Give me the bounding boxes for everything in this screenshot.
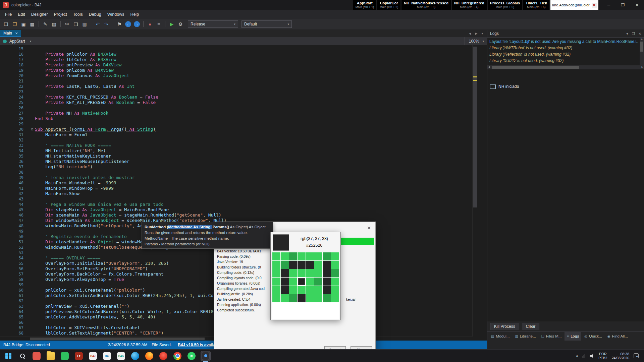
comment-icon[interactable]: ≡	[155, 20, 163, 28]
fold-gutter	[30, 105, 35, 111]
run-icon[interactable]: ▶	[168, 20, 176, 28]
tray-expand-chevron-icon[interactable]: ∧	[576, 354, 578, 358]
warnings-vertical-scrollbar[interactable]: ▲	[640, 38, 644, 65]
scroll-right-icon[interactable]: ▶	[642, 66, 643, 68]
quick-search-value[interactable]: ane.AddNode(pnlColor	[552, 3, 590, 7]
language-indicator[interactable]: POR PTB2	[598, 352, 607, 360]
undo-icon[interactable]: ↶	[94, 20, 102, 28]
volume-icon[interactable]	[590, 354, 594, 358]
tab-scroll-left-icon[interactable]: ◀	[469, 32, 471, 35]
clear-logs-button[interactable]: Clear	[522, 323, 540, 330]
current-sub-select[interactable]: AppStart	[9, 39, 25, 44]
title-bar: J colorpicker - B4J AppStartMain (ctrl +…	[0, 0, 644, 10]
menu-help[interactable]: Help	[127, 11, 142, 18]
panel-tab-modul[interactable]: ▤Modul...	[489, 332, 512, 341]
quick-search-box[interactable]: ane.AddNode(pnlColor ✕	[550, 0, 598, 10]
app-icon-green[interactable]	[60, 351, 70, 361]
close-button[interactable]: ✕	[630, 0, 644, 10]
panel-tab-filesm[interactable]: ❐Files M...	[539, 332, 564, 341]
fold-collapse-icon[interactable]: ⊟	[30, 127, 35, 132]
sub-dropdown-chevron-icon[interactable]: ▾	[30, 40, 32, 43]
chrome-icon[interactable]	[172, 351, 182, 361]
ui-configuration-select[interactable]: Default ▾	[241, 20, 292, 28]
panel-tab-findall[interactable]: ◉Find All...	[605, 332, 630, 341]
module-tab-nh_nativemousepressed[interactable]: NH_NativeMousePressedMain (ctrl + 3)	[401, 0, 451, 10]
tab-main[interactable]: Main ✕	[0, 30, 21, 37]
designer-icon[interactable]: ✎	[41, 20, 49, 28]
firefox-icon[interactable]	[144, 351, 154, 361]
line-number: 55	[0, 261, 30, 266]
b4i-icon[interactable]: B4i	[102, 351, 112, 361]
tab-list-icon[interactable]: ▾	[481, 32, 483, 35]
program-logs-area[interactable]: → NH iniciado	[487, 69, 644, 321]
tab-navigation: ◀ ▶ ▾	[469, 30, 487, 37]
menu-windows[interactable]: Windows	[104, 11, 127, 18]
editor-zoom-select[interactable]: 100% ▾	[465, 37, 484, 45]
new-file-icon[interactable]: ❏	[2, 20, 10, 28]
network-icon[interactable]	[583, 354, 585, 358]
scroll-left-icon[interactable]: ◀	[488, 66, 490, 68]
warnings-horizontal-scrollbar[interactable]: ◀ ▶	[487, 65, 644, 69]
clock[interactable]: 08:38 24/03/2026	[611, 352, 629, 360]
module-tab-nh_unregistered[interactable]: NH_UnregisteredMain (ctrl + 4)	[452, 0, 487, 10]
editor-vertical-scrollbar[interactable]	[472, 45, 478, 337]
copy-icon[interactable]: ❑	[72, 20, 80, 28]
b4j-icon[interactable]: B4J	[88, 351, 98, 361]
panel-tab-quick[interactable]: ◎Quick...	[582, 332, 604, 341]
bookmark-icon[interactable]: ⚑	[115, 20, 123, 28]
panel-tab-logs[interactable]: ≡Logs	[565, 332, 581, 341]
scrollbar-thumb[interactable]	[30, 338, 205, 340]
navigate-back-icon[interactable]: ←	[125, 21, 131, 27]
module-tab-timer1_tick[interactable]: Timer1_TickMain (ctrl + 6)	[523, 0, 549, 10]
redo-icon[interactable]: ↷	[102, 20, 110, 28]
compile-icon[interactable]: ⚙	[176, 20, 184, 28]
tab-close-icon[interactable]: ✕	[15, 32, 18, 35]
edge-icon[interactable]	[130, 351, 140, 361]
scroll-up-icon[interactable]: ▲	[641, 38, 643, 40]
maximize-panel-icon[interactable]: ❐	[632, 32, 635, 36]
save-all-icon[interactable]: ▦	[28, 20, 36, 28]
menu-designer[interactable]: Designer	[28, 11, 51, 18]
panel-tab-librarie[interactable]: ▥Librarie...	[513, 332, 538, 341]
start-button[interactable]	[3, 351, 13, 361]
opera-icon[interactable]	[158, 351, 168, 361]
menu-edit[interactable]: Edit	[15, 11, 28, 18]
navigate-forward-icon[interactable]: →	[134, 21, 140, 27]
line-number: 44	[0, 202, 30, 207]
module-tab-copiarcor[interactable]: CopiarCorMain (ctrl + 2)	[377, 0, 400, 10]
tab-scroll-right-icon[interactable]: ▶	[475, 32, 478, 35]
chevron-down-icon[interactable]: ▾	[627, 32, 628, 36]
menu-file[interactable]: File	[2, 11, 15, 18]
open-project-icon[interactable]: ❐	[11, 20, 19, 28]
kill-process-button[interactable]: Kill Process	[490, 323, 519, 330]
menu-tools[interactable]: Tools	[70, 11, 86, 18]
close-panel-icon[interactable]: ✕	[639, 32, 641, 36]
quick-search-clear-icon[interactable]: ✕	[592, 3, 597, 8]
scrollbar-thumb[interactable]	[492, 66, 579, 69]
paste-icon[interactable]: ▥	[80, 20, 89, 28]
save-icon[interactable]: ▣	[19, 20, 28, 28]
menu-project[interactable]: Project	[51, 11, 70, 18]
compile-window-close-icon[interactable]: ✕	[367, 225, 371, 231]
menu-debug[interactable]: Debug	[86, 11, 104, 18]
module-tab-process_globals[interactable]: Process_GlobalsMain (ctrl + 5)	[488, 0, 522, 10]
fold-gutter	[30, 325, 35, 330]
breakpoint-icon[interactable]: ●	[146, 20, 154, 28]
colorpicker-app-icon[interactable]	[201, 351, 211, 361]
module-tab-appstart[interactable]: AppStartMain (ctrl + 1)	[353, 0, 376, 10]
modules-icon[interactable]: ▤	[50, 20, 58, 28]
build-configuration-select[interactable]: Release ▾	[188, 20, 238, 28]
scrollbar-thumb[interactable]	[640, 42, 643, 52]
file-explorer-icon[interactable]	[46, 351, 56, 361]
app-icon-red[interactable]	[32, 351, 42, 361]
compiler-warnings-list[interactable]: ▲ Layout file 'Layout1.bjl' is not used.…	[487, 37, 644, 65]
scrollbar-thumb[interactable]	[473, 47, 477, 207]
maximize-button[interactable]: ❐	[616, 0, 630, 10]
b4a-icon[interactable]: B4A	[116, 351, 126, 361]
whatsapp-icon[interactable]: ✆	[186, 351, 197, 361]
notification-center-icon[interactable]	[634, 353, 639, 358]
search-button[interactable]	[17, 351, 28, 361]
minimize-button[interactable]: ─	[602, 0, 616, 10]
filezilla-icon[interactable]: Fz	[74, 351, 84, 361]
cut-icon[interactable]: ✂	[63, 20, 71, 28]
